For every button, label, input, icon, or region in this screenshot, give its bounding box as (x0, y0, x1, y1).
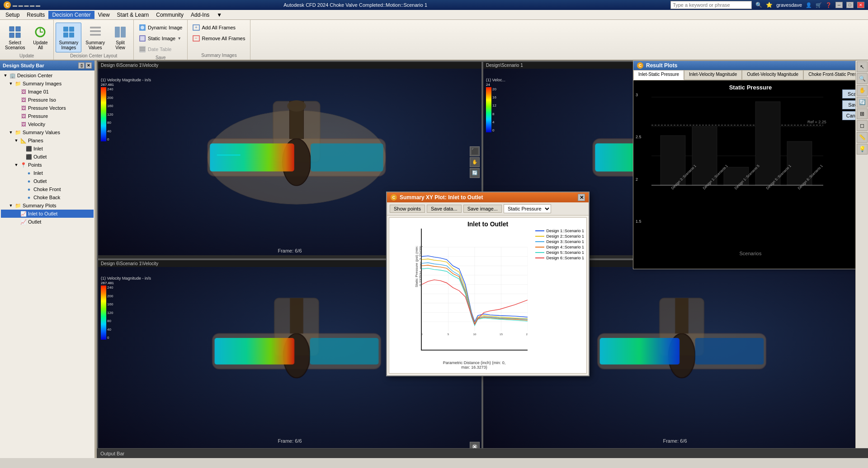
tool-select[interactable]: ◻ (857, 120, 868, 131)
toggle-decision-center[interactable]: ▼ (3, 73, 8, 78)
menu-setup[interactable]: Setup (2, 11, 23, 19)
svg-text:15: 15 (500, 332, 503, 336)
title-bar: C ▬ ▬ ▬ ▬ ▬ Autodesk CFD 2024 Choke Valv… (0, 0, 868, 10)
dsb-float-btn[interactable]: ▯ (78, 62, 85, 69)
rp-tab-inlet-vel[interactable]: Inlet-Velocity Magnitude (684, 70, 742, 80)
tool-orbit[interactable]: 🔄 (857, 97, 868, 108)
summary-values-btn[interactable]: SummaryValues (82, 23, 108, 52)
vp-hand-tl[interactable]: ✋ (470, 157, 480, 167)
right-sidebar: ↖ 🔍 ✋ 🔄 ⊞ ◻ 📏 💡 (855, 61, 868, 448)
tree-item-outlet-plane[interactable]: ⬛ Outlet (1, 153, 94, 161)
title-bar-right: 🔍 ⭐ gravesdave 👤 🛒 ❓ ─ □ ✕ (670, 1, 864, 9)
update-all-label: UpdateAll (33, 40, 47, 50)
inlet-to-outlet-label: Inlet to Outlet (28, 211, 57, 216)
menu-view[interactable]: View (94, 11, 113, 19)
image01-icon: 🖼 (20, 88, 27, 95)
toggle-summary-plots[interactable]: ▼ (8, 203, 14, 208)
dynamic-image-btn[interactable]: Dynamic Image (136, 23, 185, 33)
tree-item-outlet-plot[interactable]: 📈 Outlet (1, 218, 94, 226)
vp-rotate-tl[interactable]: 🔄 (470, 168, 480, 178)
tree-item-summary-plots[interactable]: ▼ 📁 Summary Plots (1, 201, 94, 210)
planes-icon: 📐 (20, 137, 27, 144)
pressure-icon: 🖼 (20, 112, 27, 120)
menu-results[interactable]: Results (23, 11, 48, 19)
dynamic-image-label: Dynamic Image (148, 25, 182, 30)
vp-nav-up-tl[interactable]: ⬛ (470, 146, 480, 156)
tool-cursor[interactable]: ↖ (857, 61, 868, 72)
menu-addins[interactable]: Add-Ins (187, 11, 213, 19)
rp-tab-outlet-vel[interactable]: Outlet-Velocity Magnitude (742, 70, 803, 80)
tree-item-choke-front[interactable]: ● Choke Front (1, 185, 94, 193)
add-all-frames-btn[interactable]: + Add All Frames (189, 23, 248, 33)
tool-measure[interactable]: 📏 (857, 132, 868, 143)
svg-rect-19 (140, 47, 145, 48)
summary-images-btn[interactable]: SummaryImages (56, 23, 81, 52)
legend-design4: Design 4::Scenario 1 (535, 245, 584, 249)
tool-pan[interactable]: ✋ (857, 85, 868, 96)
legend-design1: Design 1::Scenario 1 (535, 229, 584, 233)
tree-item-pressure-iso[interactable]: 🖼 Pressure Iso (1, 96, 94, 104)
close-btn[interactable]: ✕ (857, 2, 864, 8)
toggle-summary-values[interactable]: ▼ (8, 130, 14, 135)
tool-fit[interactable]: ⊞ (857, 108, 868, 119)
design-study-bar: Design Study Bar ▯ ✕ ▼ 🏢 Decision Center… (0, 61, 95, 458)
update-all-icon (33, 25, 47, 39)
x-axis-label: Parametric Distance (inch) (min: 0,max: … (443, 360, 506, 370)
dialog-close-btn[interactable]: ✕ (578, 194, 585, 201)
tree-item-outlet-point[interactable]: ● Outlet (1, 177, 94, 185)
tree-item-velocity[interactable]: 🖼 Velocity (1, 120, 94, 128)
svg-text:Ref = 2.25: Ref = 2.25 (807, 120, 826, 124)
tree-item-choke-back[interactable]: ● Choke Back (1, 193, 94, 201)
tool-zoom[interactable]: 🔍 (857, 73, 868, 84)
menu-bar: Setup Results Decision Center View Start… (0, 10, 868, 20)
tree-item-planes[interactable]: ▼ 📐 Planes (1, 136, 94, 145)
remove-all-frames-icon: − (193, 35, 200, 42)
save-image-btn[interactable]: Save image... (463, 205, 502, 213)
toggle-summary-images[interactable]: ▼ (8, 81, 14, 86)
chart-legend: Design 1::Scenario 1 Design 2::Scenario … (535, 229, 584, 261)
update-section-title: Update (2, 52, 52, 58)
menu-start-learn[interactable]: Start & Learn (113, 11, 153, 19)
menu-decision-center[interactable]: Decision Center (48, 11, 94, 19)
tree-item-points[interactable]: ▼ 📍 Points (1, 161, 94, 169)
tree-item-inlet-plane[interactable]: ⬛ Inlet (1, 145, 94, 153)
date-table-btn[interactable]: Date Table (136, 44, 185, 54)
rp-chart-title: Static Pressure (633, 80, 868, 93)
menu-extra[interactable]: ▼ (213, 11, 226, 19)
tree-item-summary-images[interactable]: ▼ 📁 Summary Images (1, 80, 94, 88)
tree-item-pressure-vectors[interactable]: 🖼 Pressure Vectors (1, 104, 94, 112)
inlet-plane-icon: ⬛ (25, 145, 33, 152)
tree-item-pressure[interactable]: 🖼 Pressure (1, 112, 94, 120)
output-bar[interactable]: Output Bar (97, 448, 868, 458)
tree-item-summary-values[interactable]: ▼ 📁 Summary Values (1, 128, 94, 136)
tree-item-decision-center[interactable]: ▼ 🏢 Decision Center (1, 71, 94, 80)
search-input[interactable] (670, 1, 752, 9)
svg-rect-3 (16, 33, 20, 37)
menu-community[interactable]: Community (152, 11, 187, 19)
remove-all-frames-btn[interactable]: − Remove All Frames (189, 33, 248, 43)
select-scenarios-btn[interactable]: SelectScenarios (2, 23, 28, 52)
vp-bl-title: Design 6\Scenario 1\Velocity (101, 261, 158, 266)
plot-type-dropdown[interactable]: Static Pressure Velocity (504, 204, 551, 213)
tree-item-inlet-point[interactable]: ● Inlet (1, 169, 94, 177)
minimize-btn[interactable]: ─ (835, 2, 843, 8)
maximize-btn[interactable]: □ (846, 2, 854, 8)
show-points-btn[interactable]: Show points (390, 205, 425, 213)
split-view-btn[interactable]: SplitView (109, 23, 132, 52)
dsb-close-btn[interactable]: ✕ (85, 62, 92, 69)
toggle-points[interactable]: ▼ (14, 162, 19, 168)
rp-footer: i (633, 259, 868, 269)
main-area: Design Study Bar ▯ ✕ ▼ 🏢 Decision Center… (0, 61, 868, 458)
svg-rect-11 (90, 34, 101, 36)
tool-light[interactable]: 💡 (857, 144, 868, 154)
save-data-btn[interactable]: Save data... (427, 205, 462, 213)
outlet-plane-icon: ⬛ (25, 153, 33, 160)
outlet-point-icon: ● (25, 178, 33, 185)
summary-images-col: + Add All Frames − Remove All Frames (189, 23, 248, 43)
static-image-btn[interactable]: Static Image ▼ (136, 33, 185, 43)
update-all-btn[interactable]: UpdateAll (29, 23, 52, 52)
tree-item-inlet-to-outlet[interactable]: 📈 Inlet to Outlet (1, 210, 94, 218)
rp-tab-inlet-static[interactable]: Inlet-Static Pressure (633, 70, 684, 80)
tree-item-image01[interactable]: 🖼 Image 01 (1, 88, 94, 96)
toggle-planes[interactable]: ▼ (14, 138, 19, 143)
